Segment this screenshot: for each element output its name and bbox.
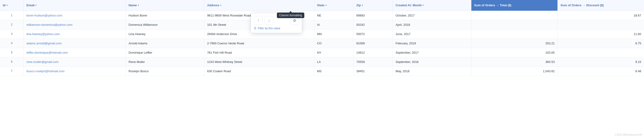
cell-state: MS [314, 66, 354, 76]
column-header-id[interactable]: Id▾ [0, 0, 24, 11]
cell-state: LA [314, 57, 354, 66]
sort-icon-zip: ▾ [362, 4, 363, 6]
cell-address: 2-7900 Cuerno Verde Road [204, 38, 314, 48]
table-row: 4adams.arnold@gmail.comArnold Adams2-790… [0, 38, 644, 48]
cell-id: 5 [0, 48, 24, 57]
cell-zip: 14812 [354, 48, 393, 57]
cell-discount: 6.75 [558, 38, 644, 48]
table-row: 6rene.muller@gmail.comRene Muller1243 We… [0, 57, 644, 66]
cell-address: 630 Coaker Road [204, 66, 314, 76]
cell-email[interactable]: borer-hudson@yahoo.com [24, 11, 126, 20]
cell-zip: 55072 [354, 29, 393, 38]
cell-name: Dominique Leffler [126, 48, 204, 57]
column-header-total[interactable]: Sum of Orders → Total ($) [471, 0, 558, 11]
cell-name: Lina Heaney [126, 29, 204, 38]
sort-ascending-button[interactable]: ↑ [254, 16, 263, 25]
data-table: Id▾Email▾Name▾Address▾State▾Zip▾Created … [0, 0, 644, 76]
cell-email[interactable]: adams.arnold@gmail.com [24, 38, 126, 48]
cell-id: 3 [0, 29, 24, 38]
cell-zip: 70559 [354, 57, 393, 66]
column-header-zip[interactable]: Zip▾ [354, 0, 393, 11]
column-header-created[interactable]: Created At: Month▾ [393, 0, 471, 11]
cell-id: 6 [0, 57, 24, 66]
cell-email[interactable]: williamson-domenica@yahoo.com [24, 20, 126, 29]
cell-state: CO [314, 38, 354, 48]
cell-name: Roselyn Bosco [126, 66, 204, 76]
column-label-email: Email [26, 3, 35, 7]
column-header-name[interactable]: Name▾ [126, 0, 204, 11]
column-label-state: State [317, 3, 324, 7]
column-header-discount[interactable]: Sum of Orders → Discount ($) [558, 0, 644, 11]
cell-name: Arnold Adams [126, 38, 204, 48]
table-row: 7bosco.roselyn@hotmail.comRoselyn Bosco6… [0, 66, 644, 76]
cell-discount [558, 20, 644, 29]
cell-state: NY [314, 48, 354, 57]
email-link[interactable]: adams.arnold@gmail.com [26, 42, 62, 45]
table-row: 3lina.heaney@yahoo.comLina Heaney29494 A… [0, 29, 644, 38]
sort-icon-state: ▾ [326, 4, 327, 6]
filter-by-value-row[interactable]: ☰ Filter by this value [254, 27, 299, 30]
cell-email[interactable]: rene.muller@gmail.com [24, 57, 126, 66]
cell-created: June, 2017 [393, 29, 471, 38]
sort-icon-email: ▾ [35, 4, 36, 6]
column-label-total: Sum of Orders → Total ($) [474, 3, 512, 7]
sort-icon-created: ▾ [422, 4, 424, 6]
cell-total: 360.53 [471, 57, 558, 66]
cell-name: Hudson Borer [126, 11, 204, 20]
column-formatting-tooltip: Column formatting [277, 12, 304, 18]
cell-id: 4 [0, 38, 24, 48]
cell-state: IA [314, 20, 354, 29]
cell-created: April, 2018 [393, 20, 471, 29]
cell-created: May, 2018 [393, 66, 471, 76]
email-link[interactable]: rene.muller@gmail.com [26, 60, 58, 64]
cell-zip: 68883 [354, 11, 393, 20]
column-label-zip: Zip [356, 3, 361, 7]
cell-created: September, 2017 [393, 48, 471, 57]
cell-name: Domenica Williamson [126, 20, 204, 29]
column-label-created: Created At: Month [396, 3, 422, 7]
cell-email[interactable]: bosco.roselyn@hotmail.com [24, 66, 126, 76]
cell-created: September, 2016 [393, 57, 471, 66]
cell-discount: 6.48 [558, 66, 644, 76]
cell-zip: 39451 [354, 66, 393, 76]
cell-created: February, 2019 [393, 38, 471, 48]
table-row: 2williamson-domenica@yahoo.comDomenica W… [0, 20, 644, 29]
cell-total [471, 11, 558, 20]
cell-address: 1243 West Whitney Street [204, 57, 314, 66]
cell-discount [558, 48, 644, 57]
cell-email[interactable]: lina.heaney@yahoo.com [24, 29, 126, 38]
table-container: Id▾Email▾Name▾Address▾State▾Zip▾Created … [0, 0, 644, 76]
tooltip-text: Column formatting [279, 14, 302, 17]
cell-total [471, 20, 558, 29]
column-label-name: Name [129, 3, 137, 7]
cell-zip: 81069 [354, 38, 393, 48]
column-label-discount: Sum of Orders → Discount ($) [560, 3, 604, 7]
filter-label: Filter by this value [258, 27, 280, 30]
cell-id: 2 [0, 20, 24, 29]
cell-discount: 18.67 [558, 11, 644, 20]
cell-total [471, 29, 558, 38]
cell-discount: 11.60 [558, 29, 644, 38]
email-link[interactable]: borer-hudson@yahoo.com [26, 14, 62, 17]
column-header-state[interactable]: State▾ [314, 0, 354, 11]
cell-state: MN [314, 29, 354, 38]
cell-email[interactable]: leffler.dominique@hotmail.com [24, 48, 126, 57]
table-row: 1borer-hudson@yahoo.comHudson Borer9611-… [0, 11, 644, 20]
filter-icon: ☰ [254, 27, 256, 30]
cell-created: October, 2017 [393, 11, 471, 20]
cell-id: 7 [0, 66, 24, 76]
cell-total: 253.21 [471, 38, 558, 48]
email-link[interactable]: bosco.roselyn@hotmail.com [26, 69, 64, 73]
cell-address: 761 Fish Hill Road [204, 48, 314, 57]
cell-name: Rene Muller [126, 57, 204, 66]
sort-icon-address: ▾ [220, 4, 221, 6]
sort-icon-name: ▾ [138, 4, 139, 6]
sort-descending-button[interactable]: ↓ [264, 16, 273, 25]
table-row: 5leffler.dominique@hotmail.comDominique … [0, 48, 644, 57]
email-link[interactable]: lina.heaney@yahoo.com [26, 32, 60, 36]
email-link[interactable]: williamson-domenica@yahoo.com [26, 23, 72, 26]
cell-zip: 50242 [354, 20, 393, 29]
column-header-address[interactable]: Address▾ [204, 0, 314, 11]
column-header-email[interactable]: Email▾ [24, 0, 126, 11]
email-link[interactable]: leffler.dominique@hotmail.com [26, 51, 68, 54]
